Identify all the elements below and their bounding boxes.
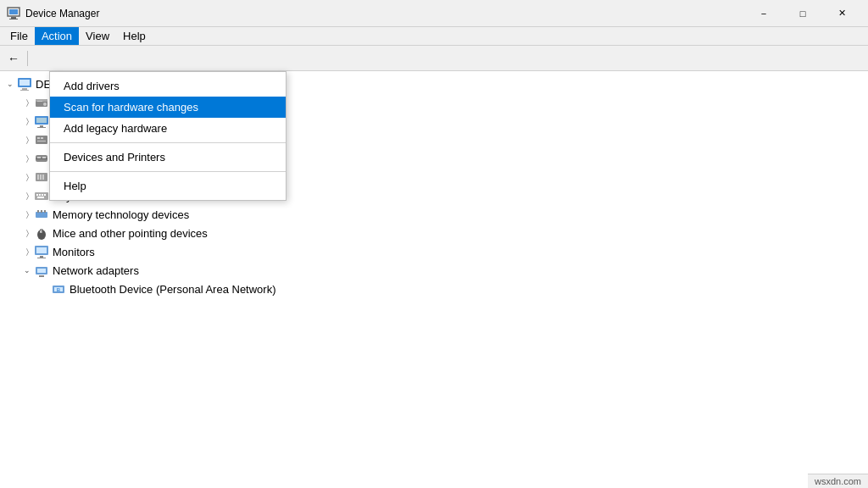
minimize-button[interactable]: −: [744, 0, 783, 27]
menu-help-action[interactable]: Help: [50, 175, 286, 197]
svg-rect-2: [11, 17, 16, 19]
svg-rect-3: [9, 19, 18, 19]
menu-file[interactable]: File: [3, 27, 35, 45]
app-icon: [7, 7, 20, 20]
action-dropdown-menu: Add drivers Scan for hardware changes Ad…: [49, 71, 287, 201]
menu-view[interactable]: View: [79, 27, 116, 45]
maximize-button[interactable]: □: [783, 0, 822, 27]
menu-help[interactable]: Help: [116, 27, 153, 45]
main-content: ⌄ DESKTOP-ABC123 〉: [0, 71, 868, 488]
menu-action[interactable]: Action: [35, 27, 79, 45]
window-title: Device Manager: [25, 8, 99, 19]
menu-add-legacy[interactable]: Add legacy hardware: [50, 118, 286, 139]
svg-rect-1: [9, 9, 18, 14]
window-controls: − □ ✕: [744, 0, 861, 27]
title-bar: Device Manager − □ ✕: [0, 0, 868, 27]
menu-bar: File Action View Help: [0, 27, 868, 46]
menu-scan-hardware[interactable]: Scan for hardware changes: [50, 97, 286, 118]
close-button[interactable]: ✕: [822, 0, 861, 27]
menu-separator-1: [50, 142, 286, 143]
menu-add-drivers[interactable]: Add drivers: [50, 75, 286, 97]
menu-separator-2: [50, 171, 286, 172]
toolbar-separator: [27, 51, 28, 66]
back-button[interactable]: ←: [3, 48, 24, 69]
menu-devices-printers[interactable]: Devices and Printers: [50, 147, 286, 168]
toolbar: ←: [0, 46, 868, 71]
